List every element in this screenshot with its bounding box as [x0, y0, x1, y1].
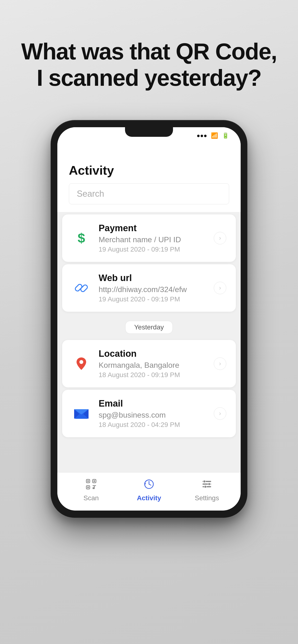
svg-marker-16: [145, 483, 146, 485]
wifi-icon: 📶: [211, 132, 218, 139]
phone-notch: [125, 127, 173, 137]
activity-card-email[interactable]: Email spg@business.com 18 August 2020 - …: [62, 390, 236, 437]
phone-outer: ●●● 📶 🔋 Activity Search $: [51, 120, 247, 518]
activity-label: Activity: [137, 494, 161, 502]
payment-name: Payment: [99, 223, 206, 233]
payment-chevron[interactable]: ›: [214, 232, 226, 244]
settings-label: Settings: [195, 494, 219, 502]
activity-card-location[interactable]: Location Kormangala, Bangalore 18 August…: [62, 340, 236, 388]
email-svg: [74, 407, 89, 420]
settings-svg: [201, 478, 213, 490]
scan-label: Scan: [83, 494, 99, 502]
scan-svg: [85, 478, 97, 490]
activity-icon: [143, 478, 155, 492]
headline-section: What was that QR Code, I scanned yesterd…: [0, 0, 298, 110]
location-info: Location Kormangala, Bangalore 18 August…: [99, 348, 206, 379]
yesterday-section-label: Yesterday: [57, 314, 241, 338]
yesterday-badge: Yesterday: [125, 321, 173, 334]
svg-rect-11: [87, 486, 89, 488]
activity-card-weburl[interactable]: Web url http://dhiway.com/324/efw 19 Aug…: [62, 264, 236, 312]
location-chevron[interactable]: ›: [214, 358, 226, 370]
weburl-info: Web url http://dhiway.com/324/efw 19 Aug…: [99, 273, 206, 303]
payment-time: 19 August 2020 - 09:19 PM: [99, 246, 206, 253]
email-time: 18 August 2020 - 04:29 PM: [99, 421, 206, 428]
headline-line2: I scanned yesterday?: [37, 65, 261, 90]
weburl-name: Web url: [99, 273, 206, 283]
settings-icon: [201, 478, 213, 492]
email-chevron[interactable]: ›: [214, 407, 226, 420]
link-svg: [75, 281, 88, 295]
phone-mockup: ●●● 📶 🔋 Activity Search $: [51, 120, 247, 518]
status-icons: ●●● 📶 🔋: [197, 132, 229, 139]
payment-info: Payment Merchant name / UPI ID 19 August…: [99, 223, 206, 253]
headline-text: What was that QR Code, I scanned yesterd…: [19, 38, 279, 91]
activity-svg: [143, 478, 155, 490]
svg-line-0: [80, 286, 83, 290]
location-name: Location: [99, 348, 206, 359]
payment-detail: Merchant name / UPI ID: [99, 235, 206, 244]
weburl-detail: http://dhiway.com/324/efw: [99, 285, 206, 294]
weburl-icon: [72, 278, 91, 298]
nav-item-activity[interactable]: Activity: [132, 478, 166, 502]
email-name: Email: [99, 398, 206, 409]
location-time: 18 August 2020 - 09:19 PM: [99, 371, 206, 379]
svg-rect-9: [87, 480, 89, 482]
headline-line1: What was that QR Code,: [21, 38, 277, 64]
email-detail: spg@business.com: [99, 411, 206, 420]
activity-card-payment[interactable]: $ Payment Merchant name / UPI ID 19 Augu…: [62, 214, 236, 262]
weburl-chevron[interactable]: ›: [214, 282, 226, 294]
svg-point-1: [79, 360, 83, 364]
phone-screen: ●●● 📶 🔋 Activity Search $: [57, 127, 241, 510]
svg-point-22: [204, 486, 207, 488]
scan-icon: [85, 478, 97, 492]
nav-item-settings[interactable]: Settings: [190, 478, 224, 502]
email-icon: [72, 404, 91, 423]
svg-point-20: [203, 480, 206, 482]
svg-rect-14: [93, 487, 94, 489]
nav-item-scan[interactable]: Scan: [74, 478, 108, 502]
location-svg: [75, 356, 88, 371]
signal-icon: ●●●: [197, 132, 207, 139]
svg-rect-10: [94, 480, 95, 482]
screen-content: ●●● 📶 🔋 Activity Search $: [57, 127, 241, 510]
location-detail: Kormangala, Bangalore: [99, 361, 206, 370]
svg-point-21: [208, 483, 210, 485]
payment-icon: $: [72, 228, 91, 248]
weburl-time: 19 August 2020 - 09:19 PM: [99, 296, 206, 303]
search-bar[interactable]: Search: [69, 183, 229, 204]
battery-icon: 🔋: [222, 132, 229, 139]
screen-title: Activity: [69, 163, 229, 178]
location-icon: [72, 354, 91, 373]
app-header: Activity Search: [57, 144, 241, 212]
email-info: Email spg@business.com 18 August 2020 - …: [99, 398, 206, 428]
bottom-nav: Scan Activity: [57, 472, 241, 510]
activity-list: $ Payment Merchant name / UPI ID 19 Augu…: [57, 212, 241, 472]
